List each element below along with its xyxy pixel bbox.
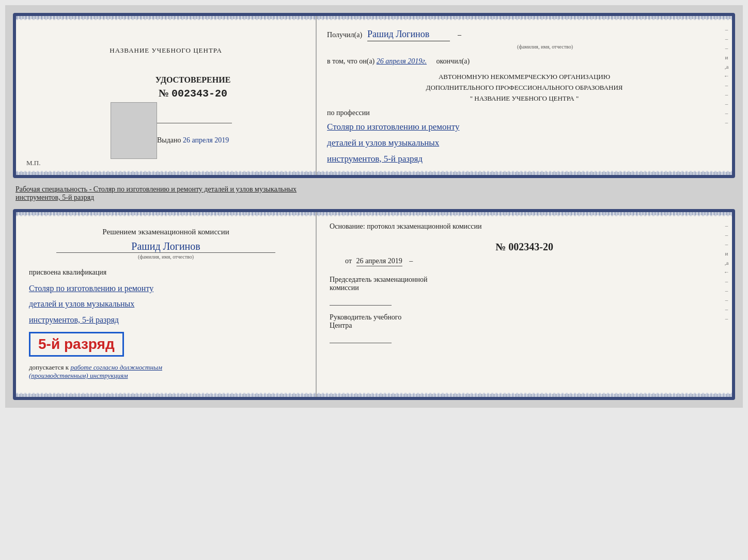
qual-label: присвоена квалификация [29, 268, 106, 277]
bottom-certificate-card: Решением экзаменационной комиссии Рашид … [13, 209, 735, 400]
commission-title: Решением экзаменационной комиссии [29, 228, 303, 236]
commission-name: Рашид Логинов [29, 241, 303, 252]
fio-hint-bottom: (фамилия, имя, отчество) [29, 254, 303, 260]
top-card-left: НАЗВАНИЕ УЧЕБНОГО ЦЕНТРА УДОСТОВЕРЕНИЕ №… [16, 16, 317, 175]
top-card-right: Получил(а) Рашид Логинов – (фамилия, имя… [317, 16, 732, 175]
stamp-area: М.П. [26, 159, 326, 167]
qualification-text: Столяр по изготовлению и ремонту деталей… [29, 281, 153, 328]
bottom-card-left: Решением экзаменационной комиссии Рашид … [16, 212, 317, 397]
right-deco-bottom: – – – и ,а ← – – – – – [724, 222, 729, 387]
profession-text: Столяр по изготовлению и ремонту деталей… [327, 119, 722, 167]
fio-hint-top: (фамилия, имя, отчество) [368, 44, 722, 50]
right-deco: – – – и ,а ← – – – – – [724, 26, 729, 165]
bottom-card-right: Основание: протокол экзаменационной коми… [317, 212, 732, 397]
date-value: 26 апреля 2019г. [377, 57, 427, 65]
issued-line: Выдано 26 апреля 2019 [157, 136, 229, 145]
photo-placeholder [111, 102, 157, 159]
org-block: АВТОНОМНУЮ НЕКОММЕРЧЕСКУЮ ОРГАНИЗАЦИЮ ДО… [327, 72, 722, 104]
center-head-block: Руководитель учебного Центра [330, 313, 719, 343]
chairman-title: Председатель экзаменационной комиссии [330, 276, 719, 292]
chairman-block: Председатель экзаменационной комиссии [330, 276, 719, 306]
protocol-number: № 002343-20 [330, 241, 719, 253]
center-head-title: Руководитель учебного Центра [330, 313, 719, 330]
cert-title: УДОСТОВЕРЕНИЕ [155, 75, 231, 85]
page-wrapper: НАЗВАНИЕ УЧЕБНОГО ЦЕНТРА УДОСТОВЕРЕНИЕ №… [5, 5, 743, 408]
cert-number: № 002343-20 [159, 87, 227, 100]
allowed-text: допускается к работе согласно должностны… [29, 363, 162, 380]
basis-label: Основание: протокол экзаменационной коми… [330, 222, 719, 231]
specialty-text2: инструментов, 5-й разряд [15, 194, 94, 201]
recipient-name: Рашид Логинов [367, 29, 450, 41]
protocol-date: от 26 апреля 2019 – [345, 257, 719, 265]
date-line: в том, что он(а) 26 апреля 2019г. окончи… [327, 57, 722, 66]
chairman-sig-line [330, 305, 392, 306]
profession-label: по профессии [327, 109, 722, 117]
specialty-text: Рабочая специальность - Столяр по изгото… [13, 182, 735, 205]
center-head-sig-line [330, 343, 392, 343]
recipient-line: Получил(а) Рашид Логинов – [327, 29, 722, 41]
top-certificate-card: НАЗВАНИЕ УЧЕБНОГО ЦЕНТРА УДОСТОВЕРЕНИЕ №… [13, 13, 735, 178]
received-label: Получил(а) [327, 31, 362, 39]
org-name-left: НАЗВАНИЕ УЧЕБНОГО ЦЕНТРА [110, 46, 222, 55]
rank-badge-text: 5-й разряд [38, 336, 115, 352]
rank-badge: 5-й разряд [29, 332, 124, 357]
